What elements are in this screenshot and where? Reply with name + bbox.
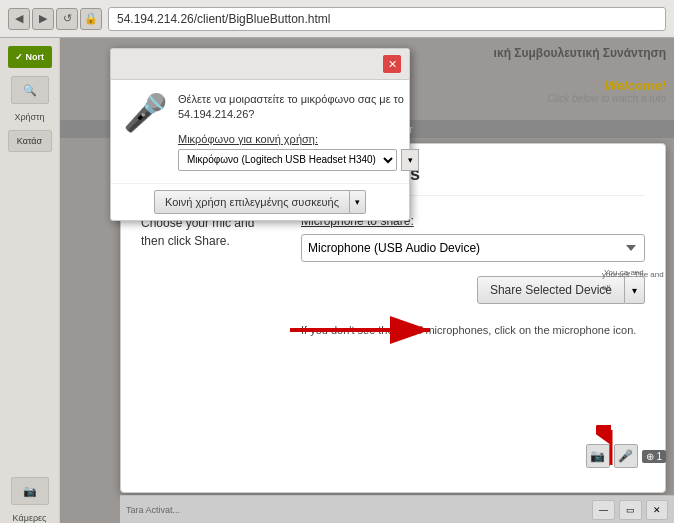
bbb-page-title-area: ική Συμβουλευτική Συνάντηση xyxy=(494,46,666,60)
address-bar[interactable]: 54.194.214.26/client/BigBlueButton.html xyxy=(108,7,666,31)
os-mic-label-underline: Μ xyxy=(178,133,187,145)
os-mic-share-dialog: ✕ 🎤 Θέλετε να μοιραστείτε το μικρόφωνο σ… xyxy=(110,48,410,221)
norton-logo: ✓ Nort xyxy=(8,46,52,68)
share-btn-row: Share Selected Device ▾ xyxy=(301,276,645,304)
reload-button[interactable]: ↺ xyxy=(56,8,78,30)
toolbar-right-buttons: — ▭ ✕ xyxy=(592,500,668,520)
lock-icon: 🔒 xyxy=(80,8,102,30)
red-arrow-annotation xyxy=(290,310,450,353)
os-share-question: Θέλετε να μοιραστείτε το μικρόφωνο σας μ… xyxy=(178,92,419,123)
microphone-select[interactable]: Microphone (USB Audio Device) xyxy=(301,234,645,262)
os-share-device-button[interactable]: Κοινή χρήση επιλεγμένης συσκευής xyxy=(154,190,350,214)
os-select-row: Μικρόφωνο (Logitech USB Headset H340) ▾ xyxy=(178,149,419,171)
address-text: 54.194.214.26/client/BigBlueButton.html xyxy=(117,12,330,26)
toolbar-btn-1[interactable]: — xyxy=(592,500,615,520)
click-tutorial-text: Click below to watch a tuto xyxy=(548,93,666,104)
os-dialog-body: 🎤 Θέλετε να μοιραστείτε το μικρόφωνο σας… xyxy=(111,80,409,183)
sidebar: ✓ Nort 🔍 Χρήστη Κατάσ 📷 Κάμερες xyxy=(0,38,60,523)
toolbar-btn-3[interactable]: ✕ xyxy=(646,500,668,520)
dialog-left-col: Choose your mic and then click Share. xyxy=(141,214,281,339)
main-area: ✓ Nort 🔍 Χρήστη Κατάσ 📷 Κάμερες ική Συμβ… xyxy=(0,38,674,523)
browser-chrome: ◀ ▶ ↺ 🔒 54.194.214.26/client/BigBlueButt… xyxy=(0,0,674,38)
red-arrow-up-annotation xyxy=(596,425,626,468)
sidebar-camera-label: Κάμερες xyxy=(13,513,47,523)
red-arrow-up-svg xyxy=(596,425,626,465)
os-dialog-header: ✕ xyxy=(111,49,409,80)
os-text-area: Θέλετε να μοιραστείτε το μικρόφωνο σας μ… xyxy=(178,92,419,171)
page-content: ική Συμβουλευτική Συνάντηση Welcome! Cli… xyxy=(60,38,674,523)
toolbar-btn-2[interactable]: ▭ xyxy=(619,500,642,520)
os-close-button[interactable]: ✕ xyxy=(383,55,401,73)
os-mic-label: Μικρόφωνο για κοινή χρήση: xyxy=(178,133,419,145)
forward-button[interactable]: ▶ xyxy=(32,8,54,30)
red-arrow-svg xyxy=(290,310,450,350)
os-share-dropdown-arrow[interactable]: ▾ xyxy=(350,190,366,214)
sidebar-user-label: Χρήστη xyxy=(14,112,44,122)
os-footer: Κοινή χρήση επιλεγμένης συσκευής ▾ xyxy=(111,183,409,220)
bottom-toolbar: Tara Activat... — ▭ ✕ xyxy=(120,495,674,523)
welcome-text: Welcome! xyxy=(548,78,666,93)
participant-counter: ⊕ 1 xyxy=(642,450,666,463)
os-dropdown-button[interactable]: ▾ xyxy=(401,149,419,171)
microphone-big-icon: 🎤 xyxy=(123,92,168,171)
sidebar-camera-icon[interactable]: 📷 xyxy=(11,477,49,505)
bbb-welcome-area: Welcome! Click below to watch a tuto xyxy=(548,78,666,104)
sidebar-search-icon[interactable]: 🔍 xyxy=(11,76,49,104)
os-mic-select[interactable]: Μικρόφωνο (Logitech USB Headset H340) xyxy=(178,149,397,171)
nav-buttons: ◀ ▶ ↺ 🔒 xyxy=(8,8,102,30)
tara-activat-text: Tara Activat... xyxy=(126,505,180,515)
sidebar-status-button[interactable]: Κατάσ xyxy=(8,130,52,152)
back-button[interactable]: ◀ xyxy=(8,8,30,30)
bbb-page-title: ική Συμβουλευτική Συνάντηση xyxy=(494,46,666,60)
bbb-right-side-text: You ca and xyxy=(604,268,672,278)
